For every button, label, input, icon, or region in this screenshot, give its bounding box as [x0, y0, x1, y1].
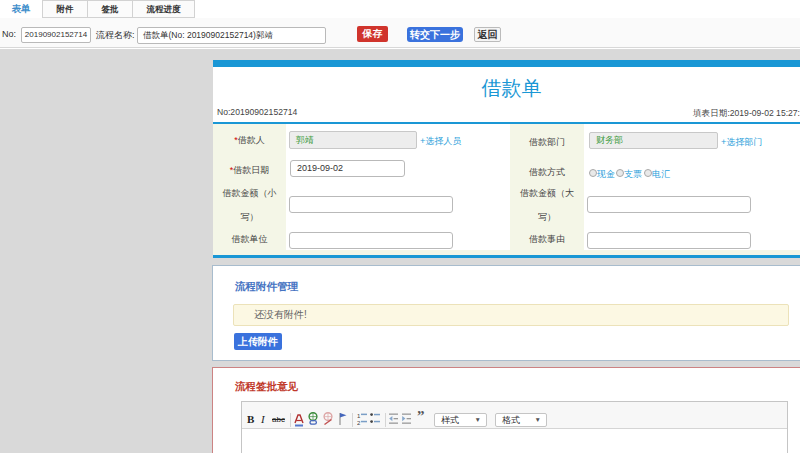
svg-text:1: 1 — [357, 413, 361, 419]
svg-text:2: 2 — [357, 420, 361, 426]
